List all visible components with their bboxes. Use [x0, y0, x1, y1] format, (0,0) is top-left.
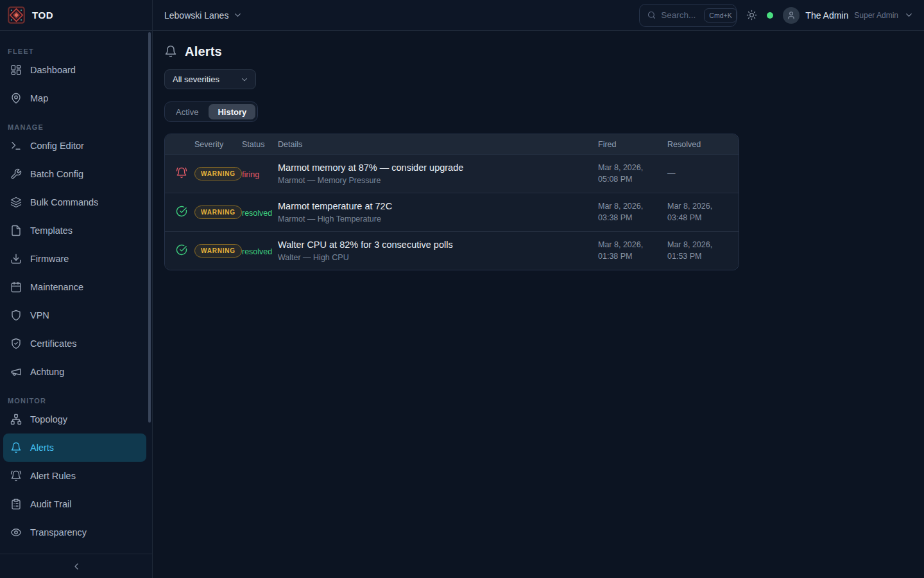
alert-status-cell: resolved: [242, 207, 278, 218]
check-circle-icon: [176, 244, 187, 256]
alert-state-cell: [176, 167, 194, 181]
shield-icon: [10, 310, 22, 321]
column-header-severity: Severity: [194, 140, 242, 149]
alert-resolved-time: Mar 8, 2026, 01:53 PM: [667, 240, 728, 262]
sidebar-item-label: Templates: [27, 225, 73, 236]
alert-title: Marmot temperature at 72C: [278, 201, 598, 211]
status-text: firing: [242, 170, 259, 179]
sidebar-item-maintenance[interactable]: Maintenance: [3, 273, 146, 301]
search-icon: [647, 10, 656, 20]
org-selector[interactable]: Lebowski Lanes: [164, 10, 243, 21]
alert-fired-time: Mar 8, 2026, 03:38 PM: [598, 201, 667, 223]
sidebar-item-bulk-commands[interactable]: Bulk Commands: [3, 188, 146, 216]
alert-status-cell: firing: [242, 168, 278, 180]
sidebar-item-templates[interactable]: Templates: [3, 216, 146, 245]
sidebar-item-label: Batch Config: [27, 169, 83, 179]
alert-details-cell: Walter CPU at 82% for 3 consecutive poll…: [278, 240, 598, 262]
file-icon: [10, 225, 22, 236]
theme-toggle-sun-icon[interactable]: [746, 10, 757, 21]
clipboard-icon: [10, 498, 22, 510]
alert-state-cell: [176, 206, 194, 220]
alert-severity-cell: WARNING: [194, 206, 242, 219]
sidebar-item-transparency[interactable]: Transparency: [3, 518, 146, 547]
sidebar-item-config-editor[interactable]: Config Editor: [3, 132, 146, 160]
sidebar-section-label: FLEET: [0, 31, 152, 56]
sidebar-item-alerts[interactable]: Alerts: [3, 434, 146, 462]
sidebar-item-label: Dashboard: [27, 65, 76, 75]
sidebar-item-label: Alerts: [27, 442, 54, 453]
page-title: Alerts: [185, 44, 222, 59]
sidebar-item-map[interactable]: Map: [3, 84, 146, 112]
alerts-table-body: WARNINGfiringMarmot memory at 87% — cons…: [165, 154, 739, 270]
alert-subtitle: Marmot — High Temperature: [278, 215, 598, 223]
user-role: Super Admin: [854, 11, 898, 20]
sidebar-item-topology[interactable]: Topology: [3, 405, 146, 434]
main-content: Alerts All severities Active History Sev…: [153, 31, 924, 578]
sidebar-item-label: Maintenance: [27, 282, 83, 292]
sidebar-item-certificates[interactable]: Certificates: [3, 329, 146, 358]
terminal-icon: [10, 140, 22, 152]
sidebar-item-label: Map: [27, 93, 48, 103]
sidebar-item-audit-trail[interactable]: Audit Trail: [3, 490, 146, 518]
alert-row[interactable]: WARNINGresolvedWalter CPU at 82% for 3 c…: [165, 231, 739, 270]
alert-resolved-time: Mar 8, 2026, 03:48 PM: [667, 201, 728, 223]
sidebar-item-firmware[interactable]: Firmware: [3, 245, 146, 273]
sidebar-item-achtung[interactable]: Achtung: [3, 358, 146, 386]
user-menu[interactable]: The Admin Super Admin: [783, 7, 914, 24]
alert-row[interactable]: WARNINGfiringMarmot memory at 87% — cons…: [165, 154, 739, 193]
chevron-down-icon: [240, 75, 249, 84]
sidebar-item-batch-config[interactable]: Batch Config: [3, 160, 146, 188]
alerts-view-tabs: Active History: [164, 101, 258, 122]
bell-icon: [10, 442, 22, 453]
column-header-resolved: Resolved: [667, 140, 728, 149]
sidebar-item-vpn[interactable]: VPN: [3, 301, 146, 329]
sidebar-section: FLEETDashboardMap: [0, 31, 152, 112]
alert-fired-time: Mar 8, 2026, 05:08 PM: [598, 162, 667, 185]
column-header-status: Status: [242, 140, 278, 149]
sidebar-item-label: Topology: [27, 414, 67, 425]
column-header-details: Details: [278, 140, 598, 149]
column-header-fired: Fired: [598, 140, 667, 149]
check-circle-icon: [176, 206, 187, 217]
severity-filter-select[interactable]: All severities: [164, 69, 256, 89]
alert-state-cell: [176, 244, 194, 258]
avatar: [783, 7, 800, 24]
wrench-icon: [10, 168, 22, 180]
alert-severity-cell: WARNING: [194, 167, 242, 180]
bell-ring-icon: [176, 167, 187, 179]
sidebar-item-label: Transparency: [27, 527, 87, 538]
alert-fired-time: Mar 8, 2026, 01:38 PM: [598, 240, 667, 262]
shield-check-icon: [10, 338, 22, 349]
sidebar-item-dashboard[interactable]: Dashboard: [3, 56, 146, 84]
sidebar-item-label: VPN: [27, 310, 49, 320]
alert-status-cell: resolved: [242, 245, 278, 257]
bell-ring-icon: [10, 470, 22, 482]
alerts-table: Severity Status Details Fired Resolved W…: [164, 134, 739, 270]
sidebar-item-label: Audit Trail: [27, 499, 71, 509]
user-icon: [787, 11, 796, 20]
megaphone-icon: [10, 366, 22, 378]
layers-icon: [10, 197, 22, 208]
map-pin-icon: [10, 92, 22, 104]
alert-resolved-time: —: [667, 168, 728, 180]
eye-icon: [10, 527, 22, 538]
org-selector-label: Lebowski Lanes: [164, 10, 228, 21]
status-text: resolved: [242, 247, 272, 256]
sidebar-nav: FLEETDashboardMapMANAGEConfig EditorBatc…: [0, 31, 152, 547]
alert-details-cell: Marmot temperature at 72CMarmot — High T…: [278, 201, 598, 223]
sidebar-item-label: Firmware: [27, 254, 69, 264]
severity-badge: WARNING: [194, 244, 242, 258]
network-icon: [10, 414, 22, 425]
brand-name: TOD: [32, 10, 53, 21]
search-box[interactable]: Cmd+K: [639, 4, 737, 27]
sidebar-item-alert-rules[interactable]: Alert Rules: [3, 462, 146, 490]
tab-active[interactable]: Active: [167, 104, 207, 119]
sidebar-section-label: MONITOR: [0, 386, 152, 405]
search-input[interactable]: [661, 10, 699, 20]
topbar: TOD Lebowski Lanes Cmd+K The Admin Super…: [0, 0, 924, 31]
sidebar-scrollbar[interactable]: [148, 32, 151, 423]
alert-row[interactable]: WARNINGresolvedMarmot temperature at 72C…: [165, 193, 739, 231]
sidebar-collapse-button[interactable]: [0, 554, 152, 578]
tab-history[interactable]: History: [209, 104, 255, 119]
alert-subtitle: Marmot — Memory Pressure: [278, 176, 598, 185]
